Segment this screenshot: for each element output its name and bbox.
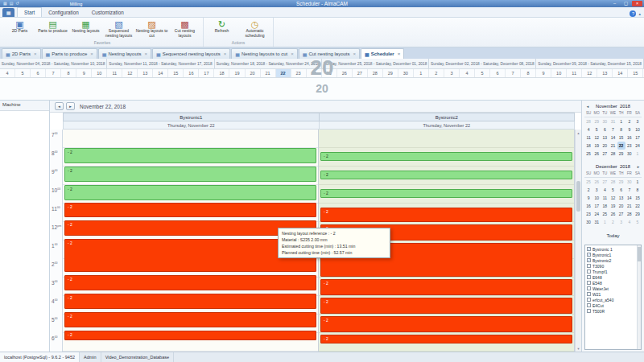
calendar-day-30[interactable]: 30: [625, 150, 634, 158]
today-button[interactable]: Today: [584, 233, 642, 238]
calendar-day-30[interactable]: 30: [601, 117, 609, 125]
doc-tab-parts-to-produce[interactable]: ▦Parts to produce×: [42, 48, 97, 59]
machine-list-item-e4cut[interactable]: E4Cut: [585, 302, 641, 308]
scrollbar-thumb[interactable]: [576, 181, 580, 212]
machine-list-item-bystronic-1[interactable]: ✓Bystronic 1: [585, 246, 641, 252]
maximize-button[interactable]: ▢: [621, 1, 631, 6]
calendar-day-5[interactable]: 5: [592, 125, 601, 134]
machine-list-item-trumpf1[interactable]: Trumpf1: [585, 269, 641, 274]
timeline-day-5[interactable]: 5: [15, 69, 31, 77]
machine-list-item-erfcut-a540[interactable]: erfcut_a540: [585, 297, 641, 302]
calendar-day-9[interactable]: 9: [584, 194, 592, 202]
save-icon[interactable]: ▤: [10, 2, 14, 6]
schedule-block[interactable]: - 2: [320, 316, 572, 332]
calendar-day-29[interactable]: 29: [592, 117, 601, 125]
machine-list-item-e648[interactable]: E648: [585, 274, 641, 280]
calendar-day-20[interactable]: 20: [601, 142, 609, 150]
doc-tab-2d-parts[interactable]: ▦2D Parts×: [2, 48, 41, 59]
calendar-day-19[interactable]: 19: [592, 142, 601, 150]
checkbox-icon[interactable]: ✓: [587, 258, 591, 262]
timeline-day-5[interactable]: 5: [475, 69, 490, 77]
calendar-day-28[interactable]: 28: [625, 210, 634, 218]
calendar-day-10[interactable]: 10: [592, 194, 601, 202]
calendar-day-15[interactable]: 15: [634, 194, 642, 202]
sequenced-nesting-layouts-button[interactable]: ▧Sequenced nesting layouts: [102, 19, 135, 39]
calendar-day-16[interactable]: 16: [625, 134, 634, 142]
calendar-day-12[interactable]: 12: [609, 194, 617, 202]
calendar-day-25[interactable]: 25: [584, 178, 592, 186]
calendar-day-28[interactable]: 28: [609, 178, 617, 186]
machine-header-bystronic2[interactable]: Bystronic2: [320, 113, 576, 121]
timeline-day-12[interactable]: 12: [122, 69, 138, 77]
nesting-layouts-to-cut-button[interactable]: ▨Nesting layouts to cut: [135, 19, 168, 39]
calendar-day-29[interactable]: 29: [634, 210, 642, 218]
calendar-day-26[interactable]: 26: [592, 150, 601, 158]
calendar-day-30[interactable]: 30: [584, 218, 592, 226]
calendar-day-7[interactable]: 7: [625, 186, 634, 194]
machine-header-bystronic1[interactable]: Bystronic1: [63, 113, 320, 121]
calendar-day-11[interactable]: 11: [584, 134, 592, 142]
doc-tab-nesting-layouts-to-cut[interactable]: ▦Nesting layouts to cut×: [231, 48, 298, 59]
calendar-day-30[interactable]: 30: [625, 178, 634, 186]
timeline-day-9[interactable]: 9: [76, 69, 92, 77]
calendar-day-28[interactable]: 28: [609, 150, 617, 158]
ribbon-tab-configuration[interactable]: Configuration: [42, 8, 85, 17]
close-tab-icon[interactable]: ×: [291, 51, 294, 56]
close-tab-icon[interactable]: ×: [224, 51, 227, 56]
calendar-day-13[interactable]: 13: [601, 134, 609, 142]
timeline-day-25[interactable]: 25: [322, 69, 337, 77]
schedule-block[interactable]: - 2: [64, 167, 316, 182]
refresh-button[interactable]: ↻Refresh: [205, 19, 238, 39]
schedule-block[interactable]: - 2: [64, 312, 316, 328]
doc-tab-sequenced-nesting-layouts[interactable]: ▦Sequenced nesting layouts×: [152, 48, 230, 59]
calendar-day-9[interactable]: 9: [625, 125, 634, 134]
app-button[interactable]: ▦: [2, 8, 14, 17]
calendar-day-2[interactable]: 2: [609, 218, 617, 226]
calendar-day-10[interactable]: 10: [634, 125, 642, 134]
timeline-day-20[interactable]: 20: [246, 69, 261, 77]
help-icon[interactable]: ?: [630, 10, 636, 17]
machine-list-scrollbar[interactable]: [637, 245, 641, 349]
calendar-day-16[interactable]: 16: [584, 202, 592, 210]
timeline-day-18[interactable]: 18: [214, 69, 229, 77]
schedule-scrollbar[interactable]: ▲ ▼: [575, 130, 581, 352]
collapse-ribbon-icon[interactable]: ▴: [638, 11, 641, 16]
calendar-day-3[interactable]: 3: [634, 117, 642, 125]
timeline-week-header[interactable]: Sunday, December 02, 2018 - Saturday, De…: [429, 59, 536, 68]
timeline-day-7[interactable]: 7: [46, 69, 61, 77]
calendar-day-7[interactable]: 7: [609, 125, 617, 134]
calendar-day-3[interactable]: 3: [617, 218, 625, 226]
checkbox-icon[interactable]: [587, 292, 591, 296]
next-day-button[interactable]: ►: [66, 102, 75, 110]
machine-list-item-waterjet[interactable]: WaterJet: [585, 286, 641, 291]
schedule-block[interactable]: - 2: [320, 335, 572, 343]
calendar-day-4[interactable]: 4: [584, 125, 592, 134]
machine-list-item-bystronic1[interactable]: ✓Bystronic1: [585, 252, 641, 257]
schedule-block[interactable]: - 2: [320, 189, 572, 199]
doc-tab-cut-nesting-layouts[interactable]: ▦Cut nesting layouts×: [299, 48, 360, 59]
schedule-block[interactable]: - 2: [320, 171, 572, 180]
calendar-day-2[interactable]: 2: [625, 117, 634, 125]
schedule-block[interactable]: - 2: [64, 294, 316, 310]
checkbox-icon[interactable]: [587, 309, 591, 313]
calendar-day-31[interactable]: 31: [609, 117, 617, 125]
timeline-day-16[interactable]: 16: [184, 69, 199, 77]
calendar-day-21[interactable]: 21: [609, 142, 617, 150]
timeline-day-21[interactable]: 21: [261, 69, 276, 77]
checkbox-icon[interactable]: [587, 275, 591, 279]
cut-nesting-layouts-button[interactable]: ▩Cut nesting layouts: [168, 19, 201, 39]
calendar-day-1[interactable]: 1: [617, 117, 625, 125]
calendar-day-8[interactable]: 8: [634, 186, 642, 194]
checkbox-icon[interactable]: [587, 281, 591, 285]
timeline-day-8[interactable]: 8: [61, 69, 76, 77]
automatic-scheduling-button[interactable]: ◷Automatic scheduling: [238, 19, 271, 39]
schedule-block[interactable]: - 2: [64, 275, 316, 291]
timeline-day-22[interactable]: 22: [276, 69, 291, 77]
timeline-week-header[interactable]: Sunday, December 09, 2018 - Saturday, De…: [536, 59, 643, 68]
timeline-day-13[interactable]: 13: [597, 69, 613, 77]
close-tab-icon[interactable]: ×: [398, 51, 401, 56]
checkbox-icon[interactable]: [587, 298, 591, 302]
ribbon-tab-start[interactable]: Start: [17, 7, 42, 17]
calendar-day-3[interactable]: 3: [592, 186, 601, 194]
timeline-day-10[interactable]: 10: [92, 69, 107, 77]
